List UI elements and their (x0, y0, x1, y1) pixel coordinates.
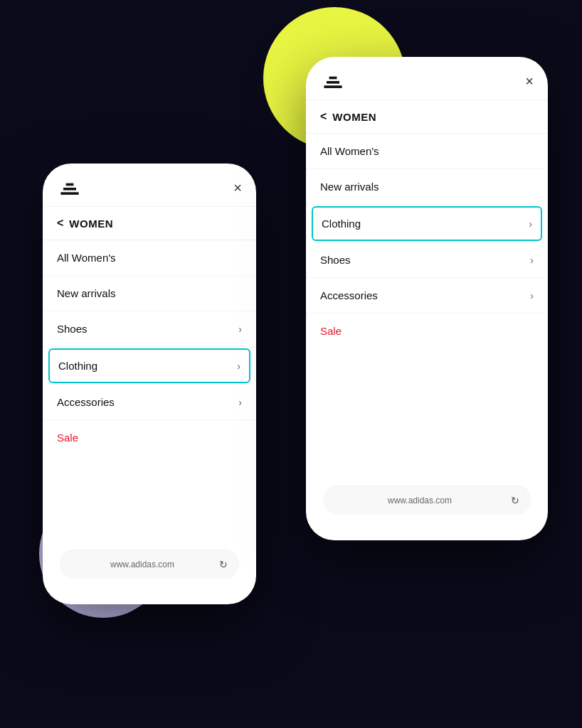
svg-rect-3 (66, 183, 74, 186)
menu-item-accessories-left[interactable]: Accessories › (43, 385, 256, 420)
menu-label: Sale (57, 432, 78, 444)
menu-label: Sale (320, 325, 342, 337)
url-text-right: www.adidas.com (334, 496, 505, 505)
menu-item-sale-left[interactable]: Sale (43, 420, 256, 455)
menu-list-left: All Women's New arrivals Shoes › Clothin… (43, 240, 256, 544)
chevron-icon: › (530, 255, 534, 266)
menu-label: New arrivals (320, 181, 379, 193)
menu-item-all-womens-left[interactable]: All Women's (43, 240, 256, 276)
menu-item-all-womens-right[interactable]: All Women's (306, 134, 548, 169)
url-bar-left: www.adidas.com ↻ (60, 550, 239, 579)
menu-label: Accessories (320, 289, 378, 301)
menu-label: All Women's (320, 145, 379, 157)
phone-left-bottom: www.adidas.com ↻ (43, 544, 256, 604)
menu-item-clothing-right[interactable]: Clothing › (312, 206, 542, 241)
menu-label: Shoes (320, 254, 351, 266)
svg-rect-4 (324, 85, 342, 88)
phone-left: × < WOMEN All Women's New arrivals Shoes… (43, 164, 256, 604)
phone-left-header: × (43, 164, 256, 207)
chevron-icon: › (530, 290, 534, 301)
svg-rect-5 (327, 81, 339, 84)
phone-right: × < WOMEN All Women's New arrivals Cloth… (306, 57, 548, 540)
back-arrow-left[interactable]: < (57, 217, 63, 230)
menu-item-shoes-left[interactable]: Shoes › (43, 311, 256, 347)
svg-rect-2 (63, 188, 76, 191)
svg-rect-6 (329, 77, 337, 80)
menu-label: Shoes (57, 323, 88, 335)
menu-label: Clothing (322, 218, 361, 230)
refresh-button-right[interactable]: ↻ (511, 495, 519, 506)
adidas-logo-right (320, 71, 346, 91)
menu-label: Accessories (57, 396, 115, 408)
phone-right-content: × < WOMEN All Women's New arrivals Cloth… (306, 57, 548, 480)
menu-item-new-arrivals-right[interactable]: New arrivals (306, 169, 548, 205)
chevron-icon: › (238, 323, 242, 335)
back-title-right: WOMEN (332, 111, 376, 123)
close-button-right[interactable]: × (525, 74, 534, 88)
back-nav-left[interactable]: < WOMEN (43, 207, 256, 240)
svg-rect-1 (60, 192, 78, 195)
chevron-icon: › (237, 360, 240, 372)
refresh-button-left[interactable]: ↻ (219, 559, 228, 570)
menu-label: All Women's (57, 252, 116, 264)
menu-label: Clothing (58, 360, 97, 372)
url-bar-right: www.adidas.com ↻ (323, 486, 531, 515)
menu-item-clothing-left[interactable]: Clothing › (48, 348, 250, 383)
chevron-icon: › (238, 397, 242, 408)
back-title-left: WOMEN (69, 218, 113, 230)
menu-list-right: All Women's New arrivals Clothing › Shoe… (306, 134, 548, 480)
adidas-logo-left (57, 178, 83, 198)
menu-item-accessories-right[interactable]: Accessories › (306, 278, 548, 314)
menu-item-sale-right[interactable]: Sale (306, 314, 548, 348)
back-arrow-right[interactable]: < (320, 110, 327, 123)
phone-right-bottom: www.adidas.com ↻ (306, 480, 548, 540)
chevron-icon: › (529, 218, 532, 230)
url-text-left: www.adidas.com (71, 560, 213, 569)
menu-label: New arrivals (57, 287, 116, 299)
menu-item-new-arrivals-left[interactable]: New arrivals (43, 276, 256, 311)
close-button-left[interactable]: × (233, 181, 242, 195)
phone-left-content: × < WOMEN All Women's New arrivals Shoes… (43, 164, 256, 544)
phone-right-header: × (306, 57, 548, 100)
back-nav-right[interactable]: < WOMEN (306, 100, 548, 134)
menu-item-shoes-right[interactable]: Shoes › (306, 242, 548, 278)
